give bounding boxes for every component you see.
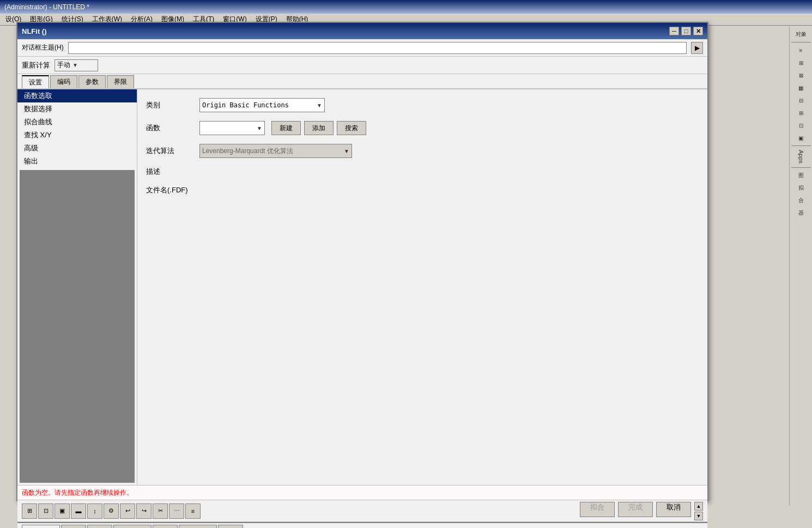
toolbar-btn-4[interactable]: ▬: [71, 503, 86, 519]
scroll-down-arrow[interactable]: ▼: [694, 512, 703, 520]
scroll-up-arrow[interactable]: ▲: [694, 502, 703, 511]
recalc-row: 重新计算 手动 ▼: [17, 57, 707, 74]
algorithm-select: Levenberg-Marquardt 优化算法 ▼: [199, 144, 352, 158]
right-panel-btn-2[interactable]: ⊞: [791, 57, 811, 69]
right-panel-obj-btn[interactable]: 对象: [791, 28, 811, 40]
bottom-tab-fit-curve[interactable]: 拟合曲线: [22, 525, 60, 528]
toolbar-btn-6[interactable]: ⚙: [104, 503, 119, 519]
right-panel-btn-12[interactable]: 器: [791, 207, 811, 219]
dialog-title-bar: NLFit () ─ □ ✕: [17, 23, 707, 39]
maximize-button[interactable]: □: [681, 27, 691, 35]
toolbar-btn-7[interactable]: ↩: [120, 503, 135, 519]
recalc-dropdown-arrow: ▼: [72, 62, 78, 68]
right-form: 类别 Origin Basic Functions ▼ 函数 ▼ 新建: [137, 89, 707, 485]
left-menu-fit-curve[interactable]: 拟合曲线: [17, 116, 137, 129]
right-panel-btn-7[interactable]: ⊡: [791, 119, 811, 131]
description-row: 描述: [146, 167, 699, 177]
tabs-row: 设置 编码 参数 界限: [17, 74, 707, 89]
right-panel-btn-1[interactable]: ≡: [791, 44, 811, 56]
bottom-section: 拟合曲线 残差 公式 示例曲线 消息 函数文件 提示: [17, 522, 707, 528]
right-panel-btn-11[interactable]: 合: [791, 195, 811, 207]
left-preview-area: [20, 170, 135, 483]
bottom-tab-formula[interactable]: 公式: [87, 525, 112, 528]
recalc-value: 手动: [57, 60, 70, 70]
left-menu-output[interactable]: 输出: [17, 155, 137, 168]
function-row: 函数 ▼ 新建 添加 搜索: [146, 121, 699, 135]
function-select[interactable]: ▼: [199, 121, 265, 135]
dialog-theme-row: 对话框主题(H) ▶: [17, 39, 707, 57]
toolbar-right: 拟合 完成 取消 ▲ ▼: [580, 502, 703, 520]
bottom-tab-message[interactable]: 消息: [153, 525, 178, 528]
app-title-bar: (Administrator) - UNTITLED *: [0, 0, 812, 14]
algorithm-row: 迭代算法 Levenberg-Marquardt 优化算法 ▼: [146, 144, 699, 158]
algorithm-label: 迭代算法: [146, 146, 195, 156]
left-menu-data-select[interactable]: 数据选择: [17, 102, 137, 116]
fit-button[interactable]: 拟合: [580, 502, 615, 517]
category-value: Origin Basic Functions: [202, 101, 289, 109]
toolbar-btn-5[interactable]: ↕: [87, 503, 102, 519]
toolbar-row: ⊞ ⊡ ▣ ▬ ↕ ⚙ ↩ ↪ ✂ ⋯ ≡ 拟合 完成 取消 ▲ ▼: [17, 500, 707, 522]
toolbar-btn-10[interactable]: ⋯: [169, 503, 184, 519]
theme-label: 对话框主题(H): [22, 43, 64, 52]
category-select[interactable]: Origin Basic Functions ▼: [199, 98, 325, 112]
right-panel-btn-3[interactable]: ⊠: [791, 69, 811, 81]
done-button[interactable]: 完成: [618, 502, 653, 517]
search-button[interactable]: 搜索: [337, 121, 366, 135]
toolbar-btn-8[interactable]: ↪: [136, 503, 152, 519]
bottom-tab-residuals[interactable]: 残差: [61, 525, 86, 528]
function-label: 函数: [146, 123, 195, 133]
recalc-label: 重新计算: [22, 60, 50, 70]
cancel-button[interactable]: 取消: [656, 502, 691, 517]
bottom-tabs-row: 拟合曲线 残差 公式 示例曲线 消息 函数文件 提示: [17, 523, 707, 528]
right-panel-btn-10[interactable]: 拟: [791, 182, 811, 194]
title-buttons: ─ □ ✕: [669, 27, 703, 35]
error-row: 函数为空。请先指定函数再继续操作。: [17, 485, 707, 500]
new-button[interactable]: 新建: [271, 121, 301, 135]
bottom-tab-funcfile[interactable]: 函数文件: [179, 525, 217, 528]
error-text: 函数为空。请先指定函数再继续操作。: [22, 488, 133, 497]
app-right-panel: 对象 ≡ ⊞ ⊠ ▦ ⊟ ⊞ ⊡ ▣ Apps 图 拟 合 器: [789, 26, 812, 506]
theme-arrow-button[interactable]: ▶: [691, 42, 703, 54]
app-title: (Administrator) - UNTITLED *: [4, 3, 89, 11]
toolbar-btn-3[interactable]: ▣: [54, 503, 70, 519]
dialog-title: NLFit (): [22, 27, 46, 35]
left-menu-find-xy[interactable]: 查找 X/Y: [17, 129, 137, 142]
main-content: 函数选取 数据选择 拟合曲线 查找 X/Y 高级 输出: [17, 89, 707, 485]
category-label: 类别: [146, 100, 195, 110]
toolbar-btn-11[interactable]: ≡: [185, 503, 201, 519]
tab-settings[interactable]: 设置: [22, 75, 49, 88]
tab-params[interactable]: 参数: [78, 75, 106, 88]
bottom-tab-sample[interactable]: 示例曲线: [113, 525, 152, 528]
function-dropdown-arrow: ▼: [257, 125, 262, 131]
left-menu-function-select[interactable]: 函数选取: [17, 89, 137, 102]
category-row: 类别 Origin Basic Functions ▼: [146, 98, 699, 112]
left-menu-advanced[interactable]: 高级: [17, 142, 137, 155]
algorithm-value: Levenberg-Marquardt 优化算法: [202, 147, 293, 156]
theme-input[interactable]: [68, 42, 687, 54]
bottom-tab-hint[interactable]: 提示: [218, 525, 243, 528]
right-panel-btn-8[interactable]: ▣: [791, 132, 811, 144]
dialog-window: NLFit () ─ □ ✕ 对话框主题(H) ▶ 重新计算 手动 ▼ 设置: [16, 22, 708, 501]
close-button[interactable]: ✕: [693, 27, 703, 35]
app-background: (Administrator) - UNTITLED * 设(O) 图形(G) …: [0, 0, 812, 528]
tab-code[interactable]: 编码: [50, 75, 77, 88]
toolbar-btn-1[interactable]: ⊞: [22, 503, 37, 519]
tab-bounds[interactable]: 界限: [107, 75, 134, 88]
add-button[interactable]: 添加: [304, 121, 334, 135]
toolbar-btn-9[interactable]: ✂: [153, 503, 168, 519]
algorithm-dropdown-arrow: ▼: [344, 148, 349, 154]
action-buttons: 新建 添加 搜索: [271, 121, 366, 135]
right-panel-btn-9[interactable]: 图: [791, 169, 811, 181]
toolbar-btn-2[interactable]: ⊡: [38, 503, 53, 519]
right-panel-btn-5[interactable]: ⊟: [791, 94, 811, 106]
apps-label: Apps: [798, 150, 804, 163]
right-panel-btn-4[interactable]: ▦: [791, 82, 811, 94]
description-label: 描述: [146, 167, 195, 177]
recalc-select[interactable]: 手动 ▼: [54, 59, 98, 71]
filename-row: 文件名(.FDF): [146, 185, 699, 195]
left-panel: 函数选取 数据选择 拟合曲线 查找 X/Y 高级 输出: [17, 89, 137, 485]
filename-label: 文件名(.FDF): [146, 185, 195, 195]
minimize-button[interactable]: ─: [669, 27, 679, 35]
category-dropdown-arrow: ▼: [317, 102, 322, 108]
right-panel-btn-6[interactable]: ⊞: [791, 107, 811, 119]
